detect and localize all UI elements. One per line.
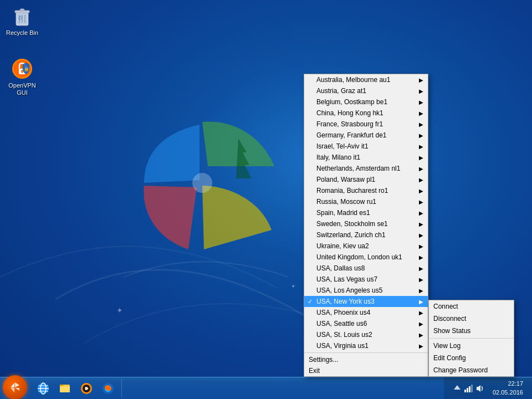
recycle-bin-label: Recycle Bin: [6, 29, 38, 37]
menu-item-at1[interactable]: Austria, Graz at1 ▶: [304, 85, 428, 96]
svg-rect-23: [60, 386, 70, 392]
menu-item-exit[interactable]: Exit: [304, 365, 428, 376]
recycle-bin-icon[interactable]: ♻ Recycle Bin: [3, 3, 42, 39]
explorer-button[interactable]: [55, 379, 75, 398]
menu-item-us8[interactable]: USA, Dallas us8 ▶: [304, 263, 428, 274]
firefox-button[interactable]: [98, 379, 118, 398]
ie-button[interactable]: [33, 379, 53, 398]
svg-marker-30: [454, 385, 461, 390]
show-hidden-icons-button[interactable]: [453, 384, 462, 393]
menu-item-de1[interactable]: Germany, Frankfurt de1 ▶: [304, 130, 428, 141]
menu-item-ua2[interactable]: Ukraine, Kiev ua2 ▶: [304, 241, 428, 252]
menu-item-au1[interactable]: Australia, Melbourne au1 ▶: [304, 74, 428, 85]
svg-rect-31: [464, 390, 466, 392]
menu-item-ru1[interactable]: Russia, Moscow ru1 ▶: [304, 196, 428, 207]
svg-rect-34: [471, 385, 473, 392]
svg-rect-9: [20, 9, 24, 11]
menu-item-uk1[interactable]: United Kingdom, London uk1 ▶: [304, 252, 428, 263]
submenu-disconnect[interactable]: Disconnect: [429, 313, 514, 325]
menu-item-ro1[interactable]: Romania, Bucharest ro1 ▶: [304, 185, 428, 196]
menu-item-hk1[interactable]: China, Hong Kong hk1 ▶: [304, 108, 428, 119]
network-icon[interactable]: [464, 384, 473, 393]
clock[interactable]: 22:17 02.05.2016: [488, 380, 528, 397]
menu-item-us1[interactable]: USA, Virginia us1 ▶: [304, 340, 428, 351]
submenu-change-password[interactable]: Change Password: [429, 364, 514, 376]
svg-rect-15: [22, 71, 23, 73]
svg-point-0: [192, 173, 212, 193]
svg-text:♻: ♻: [18, 15, 23, 21]
menu-item-settings[interactable]: Settings...: [304, 354, 428, 365]
menu-item-fr1[interactable]: France, Strasbourg fr1 ▶: [304, 119, 428, 130]
vpn-submenu: Connect Disconnect Show Status View Log …: [428, 300, 514, 377]
menu-item-it1[interactable]: Italy, Milano it1 ▶: [304, 152, 428, 163]
quick-launch-bar: [30, 379, 122, 398]
media-player-button[interactable]: [76, 379, 96, 398]
desktop: ✦ ✦ ♻ Recycle Bin: [0, 0, 532, 399]
submenu-separator: [429, 338, 514, 339]
tray-icons: [448, 384, 488, 393]
menu-item-be1[interactable]: Belgium, Oostkamp be1 ▶: [304, 96, 428, 108]
submenu-view-log[interactable]: View Log: [429, 340, 514, 352]
menu-item-ch1[interactable]: Switzerland, Zurich ch1 ▶: [304, 229, 428, 241]
menu-item-us7[interactable]: USA, Las Vegas us7 ▶: [304, 274, 428, 285]
menu-item-il1[interactable]: Israel, Tel-Aviv it1 ▶: [304, 141, 428, 152]
menu-separator-1: [304, 352, 428, 353]
svg-rect-33: [469, 386, 470, 392]
svg-text:🔒: 🔒: [24, 66, 29, 71]
menu-item-us2[interactable]: USA, St. Louis us2 ▶: [304, 329, 428, 340]
svg-text:✦: ✦: [116, 306, 123, 315]
openvpn-gui-label: OpenVPN GUI: [5, 82, 39, 96]
submenu-show-status[interactable]: Show Status: [429, 325, 514, 337]
menu-item-pl1[interactable]: Poland, Warsaw pl1 ▶: [304, 174, 428, 185]
openvpn-gui-icon[interactable]: 🔒 OpenVPN GUI: [3, 55, 42, 99]
vpn-server-menu: Australia, Melbourne au1 ▶ Austria, Graz…: [304, 74, 428, 377]
menu-item-nl1[interactable]: Netherlands, Amsterdam nl1 ▶: [304, 163, 428, 174]
system-tray: 22:17 02.05.2016: [444, 377, 532, 399]
menu-item-us3[interactable]: USA, New York us3 ▶: [304, 296, 428, 307]
taskbar: 22:17 02.05.2016: [0, 377, 532, 399]
menu-item-us5[interactable]: USA, Los Angeles us5 ▶: [304, 285, 428, 296]
submenu-edit-config[interactable]: Edit Config: [429, 352, 514, 364]
menu-item-us6[interactable]: USA, Seattle us6 ▶: [304, 318, 428, 329]
submenu-connect[interactable]: Connect: [429, 300, 514, 313]
sound-icon[interactable]: [475, 384, 484, 393]
svg-rect-32: [467, 388, 468, 392]
menu-item-se1[interactable]: Sweden, Stockholm se1 ▶: [304, 218, 428, 229]
start-button[interactable]: [0, 377, 30, 400]
menu-item-us4[interactable]: USA, Phoenix us4 ▶: [304, 307, 428, 318]
menu-item-es1[interactable]: Spain, Madrid es1 ▶: [304, 207, 428, 218]
svg-text:✦: ✦: [291, 283, 295, 289]
